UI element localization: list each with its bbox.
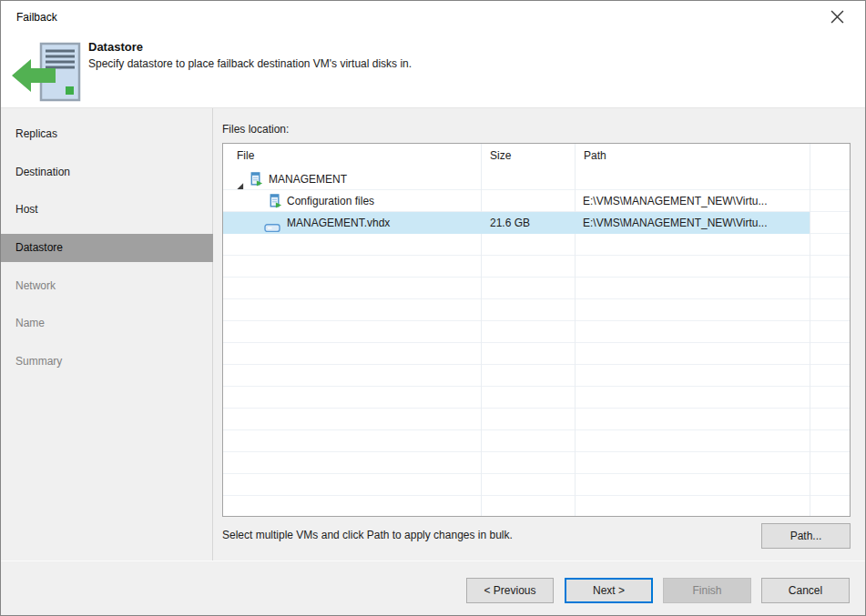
failback-wizard-dialog: Failback D	[0, 0, 866, 616]
sidebar-item-datastore[interactable]: Datastore	[1, 234, 213, 262]
sidebar-item-destination[interactable]: Destination	[1, 158, 213, 187]
bulk-hint-text: Select multiple VMs and click Path to ap…	[222, 529, 513, 541]
table-row[interactable]: MANAGEMENT	[223, 168, 810, 190]
sidebar-item-name[interactable]: Name	[1, 309, 213, 338]
file-path	[583, 168, 807, 190]
step-title: Datastore	[88, 40, 143, 54]
next-button[interactable]: Next >	[565, 578, 653, 603]
step-subtitle: Specify datastore to place failback dest…	[88, 57, 412, 70]
back-arrow-icon	[12, 56, 56, 97]
sidebar-item-network[interactable]: Network	[1, 272, 213, 300]
virtual-disk-icon	[264, 218, 280, 240]
file-name: Configuration files	[287, 190, 374, 212]
window-title: Failback	[16, 11, 57, 24]
sidebar-item-replicas[interactable]: Replicas	[1, 120, 213, 148]
file-name: MANAGEMENT	[269, 168, 347, 190]
column-header-file[interactable]: File	[237, 144, 254, 168]
files-location-table[interactable]: File Size Path MANAGEMENT	[222, 143, 851, 517]
dialog-footer: < Previous Next > Finish Cancel	[1, 560, 865, 616]
path-button[interactable]: Path...	[761, 523, 851, 549]
dialog-header: Failback D	[1, 1, 865, 108]
files-location-label: Files location:	[222, 123, 289, 136]
finish-button[interactable]: Finish	[663, 578, 751, 603]
table-row-selected[interactable]: MANAGEMENT.vhdx 21.6 GB E:\VMS\MANAGEMEN…	[223, 212, 810, 234]
close-button[interactable]	[823, 5, 851, 31]
file-path: E:\VMS\MANAGEMENT_NEW\Virtu...	[583, 212, 807, 234]
close-icon	[830, 10, 844, 26]
wizard-steps-sidebar: Replicas Destination Host Datastore Netw…	[1, 108, 213, 560]
column-header-size[interactable]: Size	[490, 144, 511, 168]
file-size: 21.6 GB	[490, 212, 530, 234]
table-header: File Size Path	[223, 144, 850, 168]
previous-button[interactable]: < Previous	[466, 578, 554, 603]
column-divider[interactable]	[810, 144, 810, 516]
sidebar-item-host[interactable]: Host	[1, 196, 213, 224]
datastore-step-icon	[12, 42, 85, 104]
file-path: E:\VMS\MANAGEMENT_NEW\Virtu...	[583, 190, 807, 212]
cancel-button[interactable]: Cancel	[761, 578, 850, 603]
column-header-path[interactable]: Path	[584, 144, 606, 168]
table-row[interactable]: Configuration files E:\VMS\MANAGEMENT_NE…	[223, 190, 810, 212]
sidebar-item-summary[interactable]: Summary	[1, 348, 213, 376]
file-name: MANAGEMENT.vhdx	[287, 212, 390, 234]
